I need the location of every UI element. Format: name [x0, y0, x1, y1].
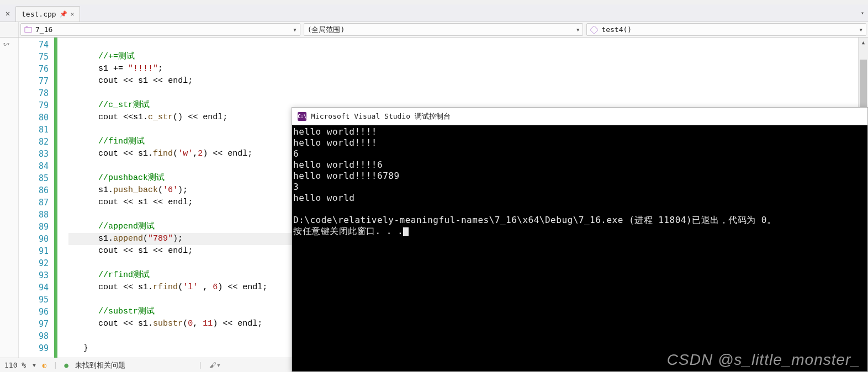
tab-bar: ✕ test.cpp 📌 ✕ ▾ — [0, 4, 868, 22]
console-output[interactable]: hello world!!!! hello world!!!! 6 hello … — [292, 125, 867, 371]
chevron-down-icon: ▼ — [576, 27, 579, 33]
function-label: test4() — [601, 25, 856, 34]
close-all-button[interactable]: ✕ — [0, 4, 15, 22]
chevron-down-icon: ▼ — [293, 27, 296, 33]
brush-icon[interactable]: 🖌▾ — [209, 361, 221, 369]
svg-rect-2 — [590, 26, 598, 34]
check-icon: ● — [64, 361, 68, 369]
chevron-down-icon: ▼ — [860, 27, 862, 33]
issues-label: 未找到相关问题 — [75, 360, 125, 370]
pin-icon[interactable]: 📌 — [60, 10, 67, 18]
scroll-up-icon[interactable]: ▲ — [859, 38, 868, 47]
history-dropdown-icon[interactable]: ↻▾ — [3, 41, 10, 47]
lightbulb-icon[interactable]: ◐ — [43, 361, 47, 369]
file-tab-test-cpp[interactable]: test.cpp 📌 ✕ — [15, 6, 80, 22]
chevron-down-icon[interactable]: ▼ — [33, 363, 35, 368]
function-dropdown[interactable]: test4() ▼ — [586, 23, 866, 36]
method-icon — [590, 26, 598, 34]
console-title-label: Microsoft Visual Studio 调试控制台 — [311, 111, 451, 121]
scope-dropdown[interactable]: 7_16 ▼ — [20, 23, 300, 36]
close-icon[interactable]: ✕ — [71, 10, 75, 18]
line-number-gutter: 7475767778798081828384858687888990919293… — [19, 38, 54, 358]
left-gutter: ↻▾ — [0, 38, 19, 358]
tab-overflow-button[interactable]: ▾ — [857, 4, 868, 22]
change-indicator — [54, 38, 57, 358]
project-icon — [24, 26, 32, 34]
svg-rect-0 — [25, 27, 31, 32]
namespace-dropdown[interactable]: (全局范围) ▼ — [304, 23, 584, 36]
scope-label: 7_16 — [35, 25, 290, 34]
namespace-label: (全局范围) — [308, 25, 573, 35]
file-tab-label: test.cpp — [22, 10, 56, 18]
fold-gutter — [59, 38, 68, 358]
navigation-bar: 7_16 ▼ (全局范围) ▼ test4() ▼ — [0, 22, 868, 38]
debug-console-window[interactable]: C:\ Microsoft Visual Studio 调试控制台 hello … — [292, 107, 868, 372]
svg-rect-1 — [26, 26, 28, 27]
console-titlebar[interactable]: C:\ Microsoft Visual Studio 调试控制台 — [292, 108, 867, 125]
zoom-level[interactable]: 110 % — [4, 361, 26, 369]
vs-icon: C:\ — [298, 112, 306, 121]
